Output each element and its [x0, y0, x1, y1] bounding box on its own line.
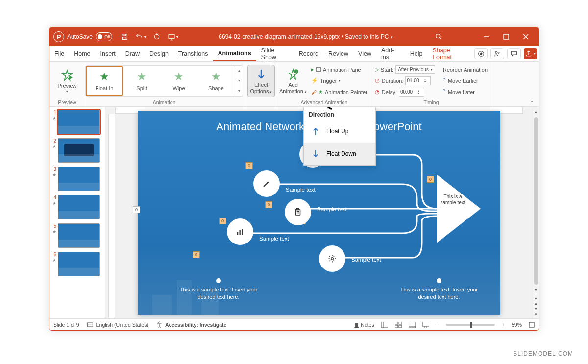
tab-home[interactable]: Home	[69, 46, 95, 61]
undo-button[interactable]: ▾	[132, 27, 149, 46]
trigger-button[interactable]: ⚡ Trigger ▾	[310, 76, 369, 86]
gallery-float-in[interactable]: ★Float In	[86, 66, 123, 96]
powerpoint-window: P AutoSave Off ▾ ▾ 6694-02-creative-diag…	[49, 27, 539, 331]
accessibility-button[interactable]: Accessibility: Investigate	[155, 321, 226, 329]
tab-record[interactable]: Record	[294, 46, 323, 61]
zoom-out-button[interactable]: −	[436, 322, 439, 328]
svg-rect-25	[240, 230, 241, 235]
title-bar: P AutoSave Off ▾ ▾ 6694-02-creative-diag…	[49, 27, 539, 46]
node-gear-icon[interactable]	[319, 245, 345, 272]
thumbnail-pane[interactable]: 1★ 2★ 3★ 4★ 5★ 6★	[49, 107, 105, 318]
autosave-label: AutoSave	[67, 33, 93, 40]
big-arrow[interactable]	[437, 174, 481, 243]
autosave-toggle[interactable]: AutoSave Off	[67, 32, 112, 41]
camera-button[interactable]	[474, 48, 488, 59]
slide-counter[interactable]: Slide 1 of 9	[53, 322, 79, 328]
window-title: 6694-02-creative-diagram-animated-16x9.p…	[182, 33, 430, 40]
close-button[interactable]	[516, 27, 536, 46]
redo-button[interactable]	[149, 27, 164, 46]
notes-button[interactable]: ≣ Notes	[354, 322, 374, 328]
search-button[interactable]	[430, 33, 447, 41]
group-preview-label: Preview	[53, 98, 81, 106]
svg-rect-26	[242, 229, 243, 235]
svg-point-13	[498, 52, 500, 53]
add-animation-button[interactable]: + Add Animation ▾	[279, 65, 307, 97]
node-clipboard-icon[interactable]	[285, 199, 311, 225]
ribbon-tabs: File Home Insert Draw Design Transitions…	[49, 46, 539, 62]
duration-row[interactable]: ◷ Duration: 01.00▴▾	[373, 76, 437, 86]
effect-options-button[interactable]: Effect Options ▾	[247, 65, 275, 97]
tab-help[interactable]: Help	[405, 46, 428, 61]
animation-painter-button[interactable]: 🖌★ Animation Painter	[310, 87, 369, 97]
anim-tag-floating[interactable]: 0	[133, 206, 140, 213]
language-button[interactable]: English (United States)	[86, 321, 148, 329]
node-chart-icon[interactable]	[227, 218, 253, 245]
teams-button[interactable]	[490, 48, 504, 59]
ribbon-collapse[interactable]: ⌄	[527, 63, 537, 106]
animation-gallery[interactable]: ★Float In ★Split ★Wipe ★Shape ▴▾▾	[85, 65, 243, 97]
save-button[interactable]	[117, 27, 132, 46]
app-icon: P	[53, 31, 64, 42]
tab-insert[interactable]: Insert	[96, 46, 121, 61]
node-pencil-icon[interactable]	[253, 170, 280, 197]
left-blurb: This is a sample text. Insert your desir…	[172, 278, 265, 301]
tab-file[interactable]: File	[49, 46, 69, 61]
slideshow-view-button[interactable]	[422, 322, 429, 328]
anim-tag-0c[interactable]: 0	[219, 218, 226, 224]
label-gear: Sample text	[351, 257, 381, 263]
move-earlier-button[interactable]: ˄ Move Earlier	[441, 76, 489, 86]
zoom-slider[interactable]	[446, 324, 495, 326]
preview-button[interactable]: Preview▾	[53, 65, 81, 97]
comments-button[interactable]	[507, 48, 521, 59]
tab-animations[interactable]: Animations	[213, 46, 256, 61]
option-float-up[interactable]: Float Up	[304, 120, 375, 143]
sorter-view-button[interactable]	[395, 322, 402, 328]
tab-view[interactable]: View	[353, 46, 376, 61]
anim-tag-0e[interactable]: 0	[427, 176, 434, 183]
thumb-2[interactable]	[58, 138, 100, 163]
thumb-5[interactable]	[58, 223, 100, 248]
tab-review[interactable]: Review	[323, 46, 353, 61]
svg-rect-34	[399, 322, 402, 324]
svg-rect-42	[529, 322, 534, 327]
thumb-3[interactable]	[58, 167, 100, 191]
gallery-shape[interactable]: ★Shape	[197, 66, 235, 96]
ruler-vertical	[108, 114, 115, 318]
normal-view-button[interactable]	[381, 322, 388, 328]
vertical-scrollbar[interactable]: ▲ ▼ ▲ ▲ ▼ ▼	[533, 107, 539, 318]
minimize-button[interactable]	[477, 27, 496, 46]
gallery-wipe[interactable]: ★Wipe	[160, 66, 197, 96]
share-button[interactable]: ▾	[524, 48, 537, 59]
svg-rect-1	[123, 34, 125, 36]
thumb-4[interactable]	[58, 195, 100, 219]
tab-shape-format[interactable]: Shape Format	[427, 46, 472, 61]
option-float-down[interactable]: Float Down	[304, 143, 375, 165]
zoom-in-button[interactable]: +	[502, 322, 505, 328]
thumb-1[interactable]	[58, 110, 100, 134]
thumb-6[interactable]	[58, 252, 100, 276]
anim-tag-0f[interactable]: 0	[193, 251, 200, 258]
anim-tag-0a[interactable]: 0	[245, 162, 253, 169]
gallery-split[interactable]: ★Split	[123, 66, 160, 96]
svg-rect-2	[123, 37, 126, 40]
move-later-button[interactable]: ˅ Move Later	[441, 87, 489, 97]
gallery-more[interactable]: ▴▾▾	[235, 66, 243, 96]
duration-input: 01.00▴▾	[405, 76, 431, 85]
tab-transitions[interactable]: Transitions	[173, 46, 213, 61]
reading-view-button[interactable]	[409, 322, 416, 328]
from-beginning-button[interactable]: ▾	[164, 27, 182, 46]
anim-tag-0b[interactable]: 0	[265, 201, 272, 208]
svg-point-27	[331, 258, 334, 260]
maximize-button[interactable]	[496, 27, 516, 46]
fit-button[interactable]	[529, 322, 535, 328]
delay-row[interactable]: ◔ Delay: 00.00▴▾	[373, 87, 437, 97]
animation-pane-button[interactable]: ▸ Animation Pane	[310, 65, 369, 74]
tab-addins[interactable]: Add-ins	[376, 46, 405, 61]
tab-design[interactable]: Design	[145, 46, 173, 61]
tab-draw[interactable]: Draw	[121, 46, 145, 61]
start-dropdown: After Previous▾	[395, 65, 435, 74]
zoom-level[interactable]: 59%	[512, 322, 522, 328]
tab-slideshow[interactable]: Slide Show	[256, 46, 294, 61]
effect-options-menu: Direction Float Up Float Down	[303, 107, 376, 166]
start-row[interactable]: ▷ Start: After Previous▾	[373, 65, 437, 74]
